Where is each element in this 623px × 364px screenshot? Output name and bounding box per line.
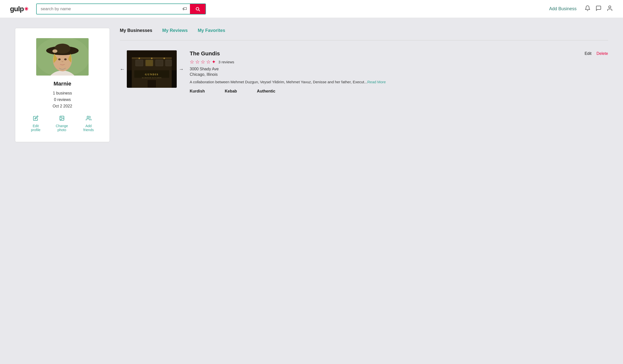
delete-business-link[interactable]: Delete (597, 51, 608, 56)
edit-profile-icon (33, 115, 38, 122)
svg-point-12 (61, 117, 61, 118)
add-friends-action[interactable]: Add friends (80, 115, 97, 132)
business-info: The Gundis Edit Delete ☆ ☆ ☆ ☆ ✦ 3 revie… (190, 50, 608, 93)
svg-text:KURDISH KITCHEN: KURDISH KITCHEN (142, 77, 162, 79)
business-tag-0: Kurdish (190, 89, 205, 93)
edit-profile-label: Edit profile (28, 124, 44, 132)
business-tag-2: Authentic (257, 89, 275, 93)
svg-point-13 (87, 116, 89, 118)
business-edit-actions: Edit Delete (585, 51, 608, 56)
svg-rect-25 (147, 80, 156, 88)
search-wrapper: 🏷 (36, 3, 206, 14)
svg-point-0 (609, 6, 611, 8)
tab-my-reviews[interactable]: My Reviews (162, 28, 188, 35)
edit-business-link[interactable]: Edit (585, 51, 592, 56)
svg-rect-20 (165, 60, 172, 66)
add-business-link[interactable]: Add Business (549, 6, 577, 11)
svg-point-9 (64, 58, 67, 60)
business-header: The Gundis Edit Delete (190, 50, 608, 57)
svg-rect-19 (156, 60, 163, 66)
user-account-icon[interactable] (607, 5, 613, 13)
prev-image-arrow[interactable]: ← (120, 66, 125, 72)
header: gulp✳ 🏷 Add Business (0, 0, 623, 18)
search-button[interactable] (190, 4, 205, 14)
logo[interactable]: gulp✳ (10, 5, 28, 13)
next-image-arrow[interactable]: → (179, 66, 184, 72)
business-card: ← (120, 46, 608, 97)
svg-point-28 (151, 58, 153, 59)
svg-point-10 (52, 49, 57, 53)
add-friends-icon (86, 115, 91, 122)
logo-text: gulp (10, 5, 24, 13)
svg-point-8 (58, 58, 61, 60)
notifications-icon[interactable] (585, 5, 591, 13)
reviews-count: 3 reviews (218, 60, 234, 64)
search-icon (195, 6, 200, 12)
profile-actions: Edit profile Change photo (28, 115, 97, 132)
svg-rect-21 (146, 60, 153, 66)
business-address: 3000 Shady Ave (190, 67, 608, 71)
star-4: ☆ (206, 59, 211, 65)
add-friends-label: Add friends (80, 124, 97, 132)
star-5-half: ✦ (212, 59, 216, 65)
svg-rect-17 (136, 60, 143, 66)
change-photo-action[interactable]: Change photo (51, 115, 72, 132)
profile-businesses: 1 business (53, 91, 72, 95)
tag-icon: 🏷 (179, 4, 190, 14)
profile-name: Marnie (54, 81, 71, 87)
star-1: ☆ (190, 59, 194, 65)
star-3: ☆ (201, 59, 205, 65)
svg-text:GUNDIS: GUNDIS (145, 73, 159, 76)
business-description: A collaboration between Mehmet Duzgun, V… (190, 79, 608, 85)
business-name: The Gundis (190, 50, 220, 57)
svg-point-27 (139, 58, 140, 59)
business-photo: GUNDIS KURDISH KITCHEN (127, 50, 177, 88)
profile-member-since: Oct 2 2022 (53, 104, 72, 108)
business-image-wrapper: ← (120, 50, 184, 88)
logo-star: ✳ (24, 6, 28, 12)
change-photo-label: Change photo (51, 124, 72, 132)
main-content: Marnie 1 business 0 reviews Oct 2 2022 E… (0, 18, 623, 152)
tab-my-businesses[interactable]: My Businesses (120, 28, 152, 35)
tab-my-favorites[interactable]: My Favorites (198, 28, 225, 35)
header-icons (585, 5, 613, 13)
edit-profile-action[interactable]: Edit profile (28, 115, 44, 132)
change-photo-icon (59, 115, 65, 122)
business-tags: Kurdish Kebab Authentic (190, 89, 608, 93)
profile-card: Marnie 1 business 0 reviews Oct 2 2022 E… (15, 28, 110, 142)
tabs: My Businesses My Reviews My Favorites (120, 28, 608, 35)
messages-icon[interactable] (596, 5, 602, 13)
search-input[interactable] (37, 4, 179, 14)
read-more-link[interactable]: Read More (367, 80, 386, 84)
stars-rating-row: ☆ ☆ ☆ ☆ ✦ 3 reviews (190, 59, 608, 65)
svg-point-29 (163, 58, 165, 59)
profile-avatar (36, 38, 89, 76)
business-image: GUNDIS KURDISH KITCHEN (127, 50, 177, 88)
tab-divider (120, 40, 608, 40)
avatar-image (36, 38, 89, 76)
right-panel: My Businesses My Reviews My Favorites ← (120, 28, 608, 97)
business-city: Chicago, Illinois (190, 72, 608, 77)
star-2: ☆ (195, 59, 200, 65)
business-tag-1: Kebab (225, 89, 237, 93)
profile-reviews: 0 reviews (54, 97, 71, 102)
